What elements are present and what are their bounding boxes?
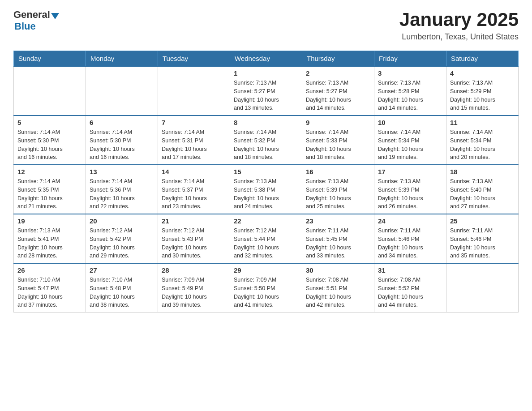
day-number: 14 xyxy=(162,168,226,176)
day-number: 29 xyxy=(234,266,298,274)
day-of-week-header: Thursday xyxy=(302,51,374,67)
day-info: Sunrise: 7:14 AMSunset: 5:37 PMDaylight:… xyxy=(162,177,226,211)
day-info: Sunrise: 7:10 AMSunset: 5:48 PMDaylight:… xyxy=(90,276,154,309)
day-number: 9 xyxy=(306,119,370,126)
day-info: Sunrise: 7:09 AMSunset: 5:49 PMDaylight:… xyxy=(162,276,226,309)
calendar-day-cell: 21Sunrise: 7:12 AMSunset: 5:43 PMDayligh… xyxy=(158,214,230,263)
calendar-day-cell: 23Sunrise: 7:11 AMSunset: 5:45 PMDayligh… xyxy=(302,214,374,263)
day-number: 30 xyxy=(306,266,370,274)
calendar-day-cell xyxy=(86,66,158,116)
day-info: Sunrise: 7:14 AMSunset: 5:34 PMDaylight:… xyxy=(450,128,515,162)
calendar-header: SundayMondayTuesdayWednesdayThursdayFrid… xyxy=(14,51,519,67)
day-number: 20 xyxy=(90,217,154,225)
day-info: Sunrise: 7:12 AMSunset: 5:44 PMDaylight:… xyxy=(234,227,298,260)
day-number: 3 xyxy=(378,69,442,77)
day-info: Sunrise: 7:11 AMSunset: 5:45 PMDaylight:… xyxy=(306,227,370,260)
calendar-day-cell: 9Sunrise: 7:14 AMSunset: 5:33 PMDaylight… xyxy=(302,116,374,165)
calendar-table: SundayMondayTuesdayWednesdayThursdayFrid… xyxy=(13,51,519,313)
day-info: Sunrise: 7:13 AMSunset: 5:38 PMDaylight:… xyxy=(234,177,298,211)
day-number: 23 xyxy=(306,217,370,225)
calendar-day-cell: 31Sunrise: 7:08 AMSunset: 5:52 PMDayligh… xyxy=(374,263,446,313)
day-info: Sunrise: 7:08 AMSunset: 5:51 PMDaylight:… xyxy=(306,276,370,309)
logo: General Blue xyxy=(13,9,59,32)
day-number: 15 xyxy=(234,168,298,176)
logo-arrow-icon xyxy=(51,13,59,19)
calendar-day-cell xyxy=(446,263,519,313)
day-of-week-header: Saturday xyxy=(446,51,519,67)
calendar-day-cell: 13Sunrise: 7:14 AMSunset: 5:36 PMDayligh… xyxy=(86,165,158,214)
calendar-day-cell: 20Sunrise: 7:12 AMSunset: 5:42 PMDayligh… xyxy=(86,214,158,263)
calendar-day-cell: 15Sunrise: 7:13 AMSunset: 5:38 PMDayligh… xyxy=(230,165,302,214)
day-number: 8 xyxy=(234,119,298,126)
calendar-day-cell: 5Sunrise: 7:14 AMSunset: 5:30 PMDaylight… xyxy=(14,116,86,165)
day-number: 10 xyxy=(378,119,442,126)
day-info: Sunrise: 7:09 AMSunset: 5:50 PMDaylight:… xyxy=(234,276,298,309)
calendar-day-cell: 12Sunrise: 7:14 AMSunset: 5:35 PMDayligh… xyxy=(14,165,86,214)
calendar-day-cell: 27Sunrise: 7:10 AMSunset: 5:48 PMDayligh… xyxy=(86,263,158,313)
calendar-day-cell: 18Sunrise: 7:13 AMSunset: 5:40 PMDayligh… xyxy=(446,165,519,214)
day-info: Sunrise: 7:12 AMSunset: 5:43 PMDaylight:… xyxy=(162,227,226,260)
calendar-day-cell: 1Sunrise: 7:13 AMSunset: 5:27 PMDaylight… xyxy=(230,66,302,116)
day-number: 6 xyxy=(90,119,154,126)
calendar-day-cell: 4Sunrise: 7:13 AMSunset: 5:29 PMDaylight… xyxy=(446,66,519,116)
calendar-day-cell: 28Sunrise: 7:09 AMSunset: 5:49 PMDayligh… xyxy=(158,263,230,313)
calendar-week-row: 5Sunrise: 7:14 AMSunset: 5:30 PMDaylight… xyxy=(14,116,519,165)
calendar-day-cell: 10Sunrise: 7:14 AMSunset: 5:34 PMDayligh… xyxy=(374,116,446,165)
calendar-day-cell: 17Sunrise: 7:13 AMSunset: 5:39 PMDayligh… xyxy=(374,165,446,214)
calendar-day-cell: 30Sunrise: 7:08 AMSunset: 5:51 PMDayligh… xyxy=(302,263,374,313)
day-number: 5 xyxy=(17,119,82,126)
day-info: Sunrise: 7:14 AMSunset: 5:33 PMDaylight:… xyxy=(306,128,370,162)
logo-blue-text: Blue xyxy=(14,21,36,32)
day-info: Sunrise: 7:13 AMSunset: 5:27 PMDaylight:… xyxy=(234,79,298,112)
calendar-body: 1Sunrise: 7:13 AMSunset: 5:27 PMDaylight… xyxy=(14,66,519,313)
day-number: 2 xyxy=(306,69,370,77)
calendar-day-cell: 3Sunrise: 7:13 AMSunset: 5:28 PMDaylight… xyxy=(374,66,446,116)
calendar-day-cell: 22Sunrise: 7:12 AMSunset: 5:44 PMDayligh… xyxy=(230,214,302,263)
day-number: 7 xyxy=(162,119,226,126)
day-number: 25 xyxy=(450,217,515,225)
day-info: Sunrise: 7:08 AMSunset: 5:52 PMDaylight:… xyxy=(378,276,442,309)
title-area: January 2025 Lumberton, Texas, United St… xyxy=(399,9,519,42)
day-number: 21 xyxy=(162,217,226,225)
day-number: 11 xyxy=(450,119,515,126)
day-number: 31 xyxy=(378,266,442,274)
calendar-day-cell xyxy=(158,66,230,116)
day-info: Sunrise: 7:14 AMSunset: 5:31 PMDaylight:… xyxy=(162,128,226,162)
day-number: 17 xyxy=(378,168,442,176)
day-info: Sunrise: 7:13 AMSunset: 5:27 PMDaylight:… xyxy=(306,79,370,112)
calendar-week-row: 1Sunrise: 7:13 AMSunset: 5:27 PMDaylight… xyxy=(14,66,519,116)
day-info: Sunrise: 7:13 AMSunset: 5:41 PMDaylight:… xyxy=(17,227,82,260)
days-of-week-row: SundayMondayTuesdayWednesdayThursdayFrid… xyxy=(14,51,519,67)
day-number: 1 xyxy=(234,69,298,77)
calendar-day-cell: 24Sunrise: 7:11 AMSunset: 5:46 PMDayligh… xyxy=(374,214,446,263)
day-info: Sunrise: 7:14 AMSunset: 5:35 PMDaylight:… xyxy=(17,177,82,211)
day-number: 22 xyxy=(234,217,298,225)
day-of-week-header: Sunday xyxy=(14,51,86,67)
calendar-week-row: 26Sunrise: 7:10 AMSunset: 5:47 PMDayligh… xyxy=(14,263,519,313)
day-info: Sunrise: 7:10 AMSunset: 5:47 PMDaylight:… xyxy=(17,276,82,309)
day-number: 27 xyxy=(90,266,154,274)
day-number: 19 xyxy=(17,217,82,225)
calendar-day-cell: 16Sunrise: 7:13 AMSunset: 5:39 PMDayligh… xyxy=(302,165,374,214)
calendar-day-cell: 14Sunrise: 7:14 AMSunset: 5:37 PMDayligh… xyxy=(158,165,230,214)
day-of-week-header: Friday xyxy=(374,51,446,67)
day-number: 24 xyxy=(378,217,442,225)
day-of-week-header: Monday xyxy=(86,51,158,67)
calendar-day-cell: 7Sunrise: 7:14 AMSunset: 5:31 PMDaylight… xyxy=(158,116,230,165)
logo-general-text: General xyxy=(13,9,50,21)
day-of-week-header: Tuesday xyxy=(158,51,230,67)
calendar-day-cell: 6Sunrise: 7:14 AMSunset: 5:30 PMDaylight… xyxy=(86,116,158,165)
calendar-day-cell: 29Sunrise: 7:09 AMSunset: 5:50 PMDayligh… xyxy=(230,263,302,313)
calendar-day-cell xyxy=(14,66,86,116)
day-info: Sunrise: 7:14 AMSunset: 5:36 PMDaylight:… xyxy=(90,177,154,211)
day-number: 28 xyxy=(162,266,226,274)
calendar-day-cell: 11Sunrise: 7:14 AMSunset: 5:34 PMDayligh… xyxy=(446,116,519,165)
day-info: Sunrise: 7:14 AMSunset: 5:32 PMDaylight:… xyxy=(234,128,298,162)
day-info: Sunrise: 7:13 AMSunset: 5:28 PMDaylight:… xyxy=(378,79,442,112)
day-info: Sunrise: 7:14 AMSunset: 5:34 PMDaylight:… xyxy=(378,128,442,162)
day-info: Sunrise: 7:11 AMSunset: 5:46 PMDaylight:… xyxy=(450,227,515,260)
day-number: 18 xyxy=(450,168,515,176)
calendar-day-cell: 26Sunrise: 7:10 AMSunset: 5:47 PMDayligh… xyxy=(14,263,86,313)
page-header: General Blue January 2025 Lumberton, Tex… xyxy=(13,9,519,42)
day-info: Sunrise: 7:13 AMSunset: 5:39 PMDaylight:… xyxy=(378,177,442,211)
